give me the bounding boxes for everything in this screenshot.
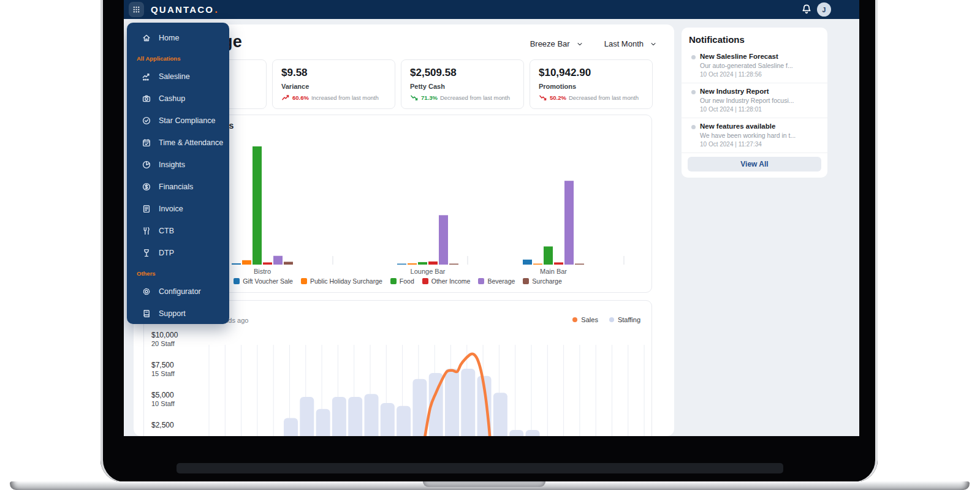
sidebar-item-label: Cashup: [159, 94, 185, 103]
dtp-icon: [142, 248, 151, 258]
app-screen: QUANTACO. J Home Page Breeze Bar Last Mo…: [124, 0, 859, 436]
legend-label: Food: [400, 277, 414, 285]
laptop-bezel: QUANTACO. J Home Page Breeze Bar Last Mo…: [101, 0, 878, 482]
kpi-trend-text: Decreased from last month: [569, 94, 639, 101]
notification-title: New Industry Report: [700, 88, 819, 95]
sidebar-item-dtp[interactable]: DTP: [127, 242, 229, 264]
kpi-card-promotions: $10,942.90 Promotions 50.2% Decreased fr…: [530, 59, 653, 109]
legend-swatch-icon: [234, 278, 240, 284]
kpi-trend-text: Decreased from last month: [440, 94, 510, 101]
kpi-trend-text: Increased from last month: [311, 94, 379, 101]
laptop-hinge: [177, 463, 783, 473]
filters-row: Breeze Bar Last Month: [530, 39, 657, 48]
legend-item: Beverage: [478, 277, 515, 285]
legend-item: Food: [390, 277, 414, 285]
notifications-title: Notifications: [682, 34, 827, 48]
app-grid-button[interactable]: [129, 2, 144, 17]
kpi-value: $9.58: [281, 67, 386, 79]
venue-select-value: Breeze Bar: [530, 39, 570, 48]
notification-date: 10 Oct 2024 | 11:28:56: [700, 71, 819, 78]
legend-item: Other Income: [422, 277, 471, 285]
sidebar-item-label: Support: [159, 309, 186, 318]
avatar[interactable]: J: [817, 2, 831, 17]
notification-desc: We have been working hard in t...: [700, 132, 819, 139]
sidebar-item-label: Home: [159, 34, 179, 42]
kpi-card-variance: $9.58 Variance 60.6% Increased from last…: [272, 59, 395, 109]
kpi-label: Petty Cash: [410, 83, 515, 90]
legend-item: Public Holiday Surcharge: [301, 277, 382, 285]
kpi-label: Variance: [281, 83, 386, 90]
notification-date: 10 Oct 2024 | 11:27:34: [700, 141, 819, 148]
legend-item: Surcharge: [523, 277, 561, 285]
legend-label: Staffing: [618, 316, 640, 323]
laptop-mockup: { "navbar": { "brand": "QUANTACO", "bran…: [0, 0, 980, 490]
sidebar-item-configurator[interactable]: Configurator: [127, 281, 229, 303]
sidebar-item-label: Time & Attendance: [159, 138, 223, 147]
sidebar-item-ctb[interactable]: CTB: [127, 220, 229, 242]
kpi-trend-pct: 50.2%: [550, 94, 566, 101]
y-axis-label-money: $10,000: [151, 331, 178, 339]
view-all-button[interactable]: View All: [688, 157, 821, 172]
cashup-icon: [142, 94, 151, 104]
sidebar-item-label: Insights: [159, 160, 185, 169]
kpi-trend-pct: 60.6%: [292, 94, 309, 101]
invoice-icon: [142, 204, 151, 214]
sidebar-item-label: DTP: [159, 249, 174, 257]
venue-select[interactable]: Breeze Bar: [530, 39, 583, 48]
insights-icon: [142, 160, 151, 170]
period-select-value: Last Month: [604, 39, 644, 48]
legend-swatch-icon: [478, 278, 484, 284]
sidebar-item-salesline[interactable]: Salesline: [127, 66, 229, 88]
kpi-label: Promotions: [539, 83, 644, 90]
home-icon: [142, 33, 151, 43]
legend-swatch-icon: [390, 278, 397, 284]
ctb-icon: [142, 226, 151, 236]
sidebar-item-time-attendance[interactable]: Time & Attendance: [127, 132, 229, 154]
sidebar-section-all-applications: All Applications: [127, 49, 229, 66]
star-compliance-icon: [142, 116, 151, 126]
trend-down-icon: [410, 94, 419, 101]
line-chart-legend: Sales Staffing: [572, 316, 640, 323]
kpi-trend: 50.2% Decreased from last month: [539, 94, 644, 101]
sidebar-item-insights[interactable]: Insights: [127, 154, 229, 176]
kpi-card-petty-cash: $2,509.58 Petty Cash 71.3% Decreased fro…: [401, 59, 524, 109]
brand-logo: QUANTACO.: [151, 0, 218, 19]
notification-item[interactable]: New features available We have been work…: [682, 118, 827, 153]
sidebar-section-others: Others: [127, 264, 229, 281]
notification-title: New Salesline Forecast: [700, 53, 819, 60]
sidebar-item-star-compliance[interactable]: Star Compliance: [127, 110, 229, 132]
sidebar-item-invoice[interactable]: Invoice: [127, 198, 229, 220]
legend-label: Surcharge: [532, 277, 561, 285]
legend-label: Other Income: [431, 277, 471, 285]
notification-item[interactable]: New Industry Report Our new Industry Rep…: [682, 83, 827, 118]
configurator-icon: [142, 287, 151, 296]
kpi-trend: 71.3% Decreased from last month: [410, 94, 515, 101]
sidebar-item-financials[interactable]: Financials: [127, 176, 229, 198]
sidebar-item-support[interactable]: Support: [127, 303, 229, 325]
sidebar-item-label: Star Compliance: [159, 116, 215, 125]
chevron-down-icon: [650, 40, 657, 48]
laptop-base-notch: [423, 481, 545, 487]
staffing-dot-icon: [609, 317, 614, 322]
sidebar-item-home[interactable]: Home: [127, 27, 229, 49]
y-axis-label-staff: 20 Staff: [151, 340, 175, 347]
unread-dot-icon: [691, 55, 696, 59]
chevron-down-icon: [576, 40, 583, 48]
y-axis-label-staff: 15 Staff: [151, 370, 175, 377]
bell-icon[interactable]: [800, 3, 813, 15]
sales-dot-icon: [572, 317, 577, 322]
trend-down-icon: [539, 94, 547, 101]
sidebar-menu: Home All Applications Salesline Cashup S…: [127, 23, 229, 324]
notification-desc: Our auto-generated Salesline f...: [700, 62, 819, 69]
legend-label: Gift Voucher Sale: [243, 277, 293, 285]
sidebar-item-label: Salesline: [159, 72, 190, 81]
notification-date: 10 Oct 2024 | 11:28:01: [700, 106, 819, 113]
sidebar-item-label: Configurator: [159, 287, 201, 296]
period-select[interactable]: Last Month: [604, 39, 657, 48]
sidebar-item-cashup[interactable]: Cashup: [127, 88, 229, 110]
notification-item[interactable]: New Salesline Forecast Our auto-generate…: [682, 48, 827, 83]
legend-item: Gift Voucher Sale: [234, 277, 293, 285]
svg-text:Bistro: Bistro: [254, 268, 271, 275]
legend-label: Public Holiday Surcharge: [310, 277, 382, 285]
sidebar-item-label: Financials: [159, 183, 193, 191]
